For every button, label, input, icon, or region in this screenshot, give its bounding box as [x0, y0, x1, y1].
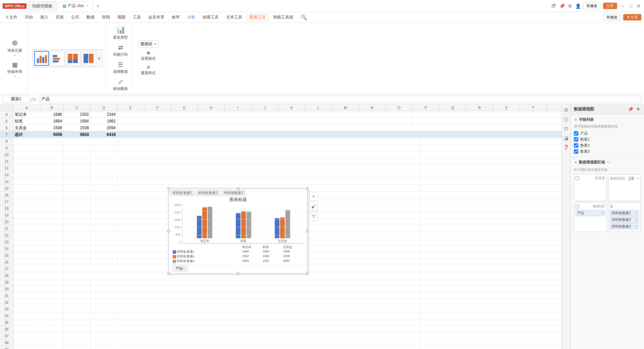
cell-E7[interactable] [117, 131, 144, 138]
user-icon[interactable]: 👤 [575, 3, 581, 9]
cell-B25[interactable] [40, 252, 64, 259]
table-row[interactable]: 文具盒 1508 1538 2094 [13, 124, 570, 131]
settings-icon[interactable]: ⚙ [567, 3, 573, 9]
menu-ai[interactable]: 智能工具箱 [270, 13, 297, 21]
cell-A9[interactable] [13, 145, 40, 151]
cell-D37[interactable] [91, 333, 117, 339]
cell-D18[interactable] [91, 205, 117, 212]
function-icon[interactable]: ƒx [31, 97, 36, 102]
cell-B26[interactable] [40, 259, 64, 265]
table-row[interactable] [13, 145, 570, 151]
cell-A13[interactable] [13, 171, 40, 178]
cell-C29[interactable] [64, 279, 91, 286]
cell-B9[interactable] [40, 145, 64, 151]
field-checkbox-qty3[interactable] [574, 149, 578, 154]
cell-A10[interactable] [13, 151, 40, 158]
field-checkbox-qty2[interactable] [574, 143, 578, 148]
cell-A19[interactable] [13, 212, 40, 218]
cell-C21[interactable] [64, 225, 91, 232]
table-row[interactable] [13, 312, 570, 319]
cell-A5[interactable]: 铅笔 [13, 118, 40, 124]
pin-icon[interactable]: 📌 [559, 3, 565, 9]
add-tab-icon[interactable]: + [94, 3, 101, 9]
sidebar-icon-1[interactable]: ⊞ [563, 106, 570, 113]
set-format-button[interactable]: ⚙ 设置格式 [139, 49, 158, 62]
table-row[interactable] [13, 138, 570, 145]
cell-D32[interactable] [91, 299, 117, 306]
table-row[interactable] [13, 171, 570, 178]
tab-find-template[interactable]: 找模壳模板 [28, 1, 57, 11]
table-row[interactable] [13, 165, 570, 171]
cell-D29[interactable] [91, 279, 117, 286]
cell-D10[interactable] [91, 151, 117, 158]
cell-B23[interactable] [40, 239, 64, 245]
table-row[interactable]: 铅笔 1864 1994 1981 [13, 118, 570, 124]
cell-D26[interactable] [91, 259, 117, 265]
axis-zone-checkbox[interactable] [576, 205, 579, 208]
tab-file[interactable]: ▦ 产品.xlsx × [58, 1, 93, 11]
cell-C20[interactable] [64, 218, 91, 225]
cell-C19[interactable] [64, 212, 91, 218]
cell-D19[interactable] [91, 212, 117, 218]
cell-C9[interactable] [64, 145, 91, 151]
cell-D14[interactable] [91, 178, 117, 185]
cell-C37[interactable] [64, 333, 91, 339]
value-tag-qty3[interactable]: 求和项:数量3 ▾ [610, 223, 639, 230]
table-row[interactable] [13, 178, 570, 185]
cell-A39[interactable] [13, 346, 40, 349]
cell-B34[interactable] [40, 312, 64, 319]
cell-C4[interactable]: 2302 [64, 111, 91, 118]
handle-tr[interactable] [306, 187, 309, 190]
select-data-button[interactable]: ☰ 选择数据 [111, 60, 130, 76]
cell-D25[interactable] [91, 252, 117, 259]
cell-D39[interactable] [91, 346, 117, 349]
value-tag-qty1[interactable]: 求和项:数量1 ▾ [610, 210, 639, 216]
chart-filter-button[interactable]: ▽ [309, 212, 318, 221]
cell-C15[interactable] [64, 185, 91, 192]
cell-D38[interactable] [91, 339, 117, 346]
cell-B32[interactable] [40, 299, 64, 306]
cell-A16[interactable] [13, 192, 40, 198]
cell-A18[interactable] [13, 205, 40, 212]
add-element-button[interactable]: ⊕ 添加元素 ▾ [5, 37, 24, 58]
table-row[interactable] [13, 158, 570, 165]
cell-C8[interactable] [64, 138, 91, 145]
cell-D30[interactable] [91, 286, 117, 292]
cell-A26[interactable] [13, 259, 40, 265]
cell-B28[interactable] [40, 272, 64, 279]
menu-file[interactable]: ≡ 文件 [3, 13, 21, 21]
cell-C18[interactable] [64, 205, 91, 212]
chart-container[interactable]: 求和项:数量1 求和项:数量2 求和项:数量3 图表标题 2500 2000 [168, 188, 308, 274]
table-row[interactable] [13, 319, 570, 326]
chart-thumb-1[interactable] [34, 51, 49, 66]
cell-A25[interactable] [13, 252, 40, 259]
cell-D12[interactable] [91, 165, 117, 171]
cell-A35[interactable] [13, 319, 40, 326]
switch-row-col-button[interactable]: ⇄ 切换行列 [111, 43, 130, 58]
chart-area-dropdown[interactable]: 图表区 ▾ [138, 40, 158, 48]
cell-B30[interactable] [40, 286, 64, 292]
cell-A22[interactable] [13, 232, 40, 239]
has-changes-button[interactable]: 有修改 [583, 2, 600, 9]
cell-A6[interactable]: 文具盒 [13, 124, 40, 131]
cell-B15[interactable] [40, 185, 64, 192]
cell-A7[interactable]: 总计 [13, 131, 40, 138]
handle-bl[interactable] [167, 272, 170, 275]
cell-A21[interactable] [13, 225, 40, 232]
cell-C14[interactable] [64, 178, 91, 185]
table-row[interactable] [13, 292, 570, 299]
cell-D33[interactable] [91, 306, 117, 312]
cell-D34[interactable] [91, 312, 117, 319]
cell-B13[interactable] [40, 171, 64, 178]
cell-A32[interactable] [13, 299, 40, 306]
cell-D6[interactable]: 2094 [91, 124, 117, 131]
cell-A33[interactable] [13, 306, 40, 312]
move-chart-button[interactable]: ⤢ 移动图表 [111, 77, 130, 93]
cell-C25[interactable] [64, 252, 91, 259]
cell-B19[interactable] [40, 212, 64, 218]
cell-B12[interactable] [40, 165, 64, 171]
cell-A27[interactable] [13, 265, 40, 272]
cell-C27[interactable] [64, 265, 91, 272]
cell-A37[interactable] [13, 333, 40, 339]
cell-C32[interactable] [64, 299, 91, 306]
